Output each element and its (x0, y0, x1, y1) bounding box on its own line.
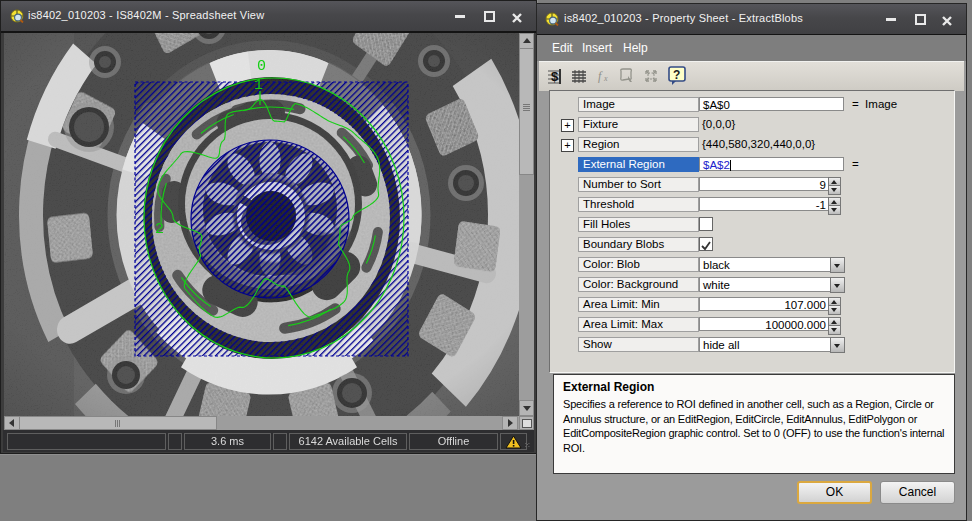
svg-text:x: x (603, 74, 608, 83)
svg-text:2: 2 (155, 221, 164, 238)
svg-text:$: $ (551, 69, 559, 84)
svg-text:?: ? (673, 68, 680, 82)
svg-text:f: f (598, 69, 603, 83)
svg-text:1: 1 (254, 77, 263, 94)
svg-text:0: 0 (257, 58, 266, 75)
